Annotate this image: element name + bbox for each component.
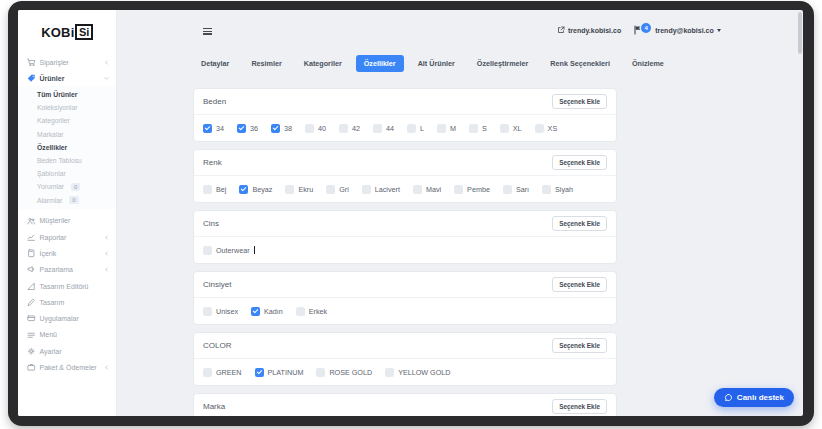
option-40[interactable]: 40 [305, 124, 326, 133]
tab-resimler[interactable]: Resimler [243, 55, 289, 72]
sidebar-item-ayarlar[interactable]: Ayarlar [18, 343, 116, 359]
checkbox-icon[interactable] [203, 368, 212, 377]
checkbox-icon[interactable] [542, 185, 551, 194]
checkbox-icon[interactable] [296, 307, 305, 316]
option-42[interactable]: 42 [339, 124, 360, 133]
option-gri[interactable]: Gri [326, 185, 349, 194]
sidebar-item-urunler[interactable]: Ürünler [18, 70, 116, 86]
checkbox-icon[interactable] [285, 185, 294, 194]
checkbox-icon[interactable] [535, 124, 544, 133]
add-option-button[interactable]: Seçenek Ekle [552, 277, 607, 292]
scrollbar-thumb[interactable] [798, 12, 802, 54]
sidebar-item-musteriler[interactable]: Müşteriler [18, 213, 116, 229]
checkbox-icon[interactable] [339, 124, 348, 133]
sidebar-item-alarmlar[interactable]: Alarmlar0 [18, 194, 116, 207]
checkbox-icon[interactable] [326, 185, 335, 194]
option-s[interactable]: S [469, 124, 487, 133]
kobisi-logo[interactable]: KOBi Si [18, 10, 116, 46]
tab-alt-urunler[interactable]: Alt Ürünler [410, 55, 463, 72]
option-pembe[interactable]: Pembe [454, 185, 490, 194]
sidebar-item-tasarim[interactable]: Tasarım [18, 294, 116, 310]
tab-detaylar[interactable]: Detaylar [193, 55, 237, 72]
sidebar-item-sablonlar[interactable]: Şablonlar [18, 167, 116, 180]
sidebar-item-menu[interactable]: Menü [18, 327, 116, 343]
option-38[interactable]: 38 [271, 124, 292, 133]
checkbox-icon[interactable] [305, 124, 314, 133]
checkbox-icon[interactable] [500, 124, 509, 133]
sidebar-item-label: Müşteriler [40, 217, 71, 224]
checkbox-icon[interactable] [237, 124, 246, 133]
add-option-button[interactable]: Seçenek Ekle [552, 155, 607, 170]
option-siyah[interactable]: Siyah [542, 185, 573, 194]
option-lacivert[interactable]: Lacivert [362, 185, 400, 194]
sidebar-item-uygulamalar[interactable]: Uygulamalar [18, 310, 116, 326]
add-option-button[interactable]: Seçenek Ekle [552, 94, 607, 109]
checkbox-icon[interactable] [407, 124, 416, 133]
sidebar-item-ozellikler[interactable]: Özellikler [18, 141, 116, 154]
checkbox-icon[interactable] [503, 185, 512, 194]
checkbox-icon[interactable] [316, 368, 325, 377]
hamburger-menu-icon[interactable] [203, 28, 212, 36]
option-bej[interactable]: Bej [203, 185, 226, 194]
option-sari[interactable]: Sarı [503, 185, 529, 194]
option-36[interactable]: 36 [237, 124, 258, 133]
checkbox-icon[interactable] [385, 368, 394, 377]
checkbox-icon[interactable] [203, 246, 212, 255]
tab-ozellestirmeler[interactable]: Özelleştirmeler [469, 55, 537, 72]
option-erkek[interactable]: Erkek [296, 307, 327, 316]
notifications-flag[interactable]: 4 [633, 25, 643, 35]
live-support-button[interactable]: Canlı destek [714, 388, 794, 407]
sidebar-item-koleksiyonlar[interactable]: Koleksiyonlar [18, 101, 116, 114]
option-outerwear[interactable]: Outerwear [203, 246, 255, 255]
option-green[interactable]: GREEN [203, 368, 242, 377]
checkbox-icon[interactable] [271, 124, 280, 133]
sidebar-item-tasarim-editoru[interactable]: Tasarım Editörü [18, 278, 116, 294]
option-kadin[interactable]: Kadın [251, 307, 283, 316]
option-rose-gold[interactable]: ROSE GOLD [316, 368, 372, 377]
checkbox-icon[interactable] [251, 307, 260, 316]
store-site-link[interactable]: trendy.kobisi.co [557, 26, 621, 34]
add-option-button[interactable]: Seçenek Ekle [552, 216, 607, 231]
checkbox-icon[interactable] [413, 185, 422, 194]
option-34[interactable]: 34 [203, 124, 224, 133]
option-xl[interactable]: XL [500, 124, 522, 133]
checkbox-icon[interactable] [239, 185, 248, 194]
sidebar-item-tum-urunler[interactable]: Tüm Ürünler [18, 88, 116, 101]
option-44[interactable]: 44 [373, 124, 394, 133]
sidebar-item-pazarlama[interactable]: Pazarlama [18, 262, 116, 278]
option-yellow-gold[interactable]: YELLOW GOLD [385, 368, 450, 377]
tab-ozellikler[interactable]: Özellikler [356, 55, 404, 72]
option-m[interactable]: M [437, 124, 456, 133]
option-mavi[interactable]: Mavi [413, 185, 441, 194]
sidebar-item-yorumlar[interactable]: Yorumlar0 [18, 180, 116, 193]
checkbox-icon[interactable] [469, 124, 478, 133]
checkbox-icon[interactable] [203, 185, 212, 194]
option-xs[interactable]: XS [535, 124, 558, 133]
checkbox-icon[interactable] [373, 124, 382, 133]
option-l[interactable]: L [407, 124, 424, 133]
account-menu[interactable]: trendy@kobisi.co [655, 27, 721, 34]
checkbox-icon[interactable] [255, 368, 264, 377]
checkbox-icon[interactable] [454, 185, 463, 194]
sidebar-item-siparisler[interactable]: Siparişler [18, 54, 116, 70]
option-platinum[interactable]: PLATINUM [255, 368, 304, 377]
tab-renk-secenekleri[interactable]: Renk Seçenekleri [542, 55, 618, 72]
sidebar-item-paket-odemeler[interactable]: Paket & Ödemeler [18, 359, 116, 375]
checkbox-icon[interactable] [437, 124, 446, 133]
add-option-button[interactable]: Seçenek Ekle [552, 338, 607, 353]
sidebar-item-icerik[interactable]: İçerik [18, 245, 116, 261]
sidebar-item-raporlar[interactable]: Raporlar [18, 229, 116, 245]
tab-onizleme[interactable]: Önizleme [624, 55, 672, 72]
option-unisex[interactable]: Unisex [203, 307, 238, 316]
sidebar-item-beden-tablosu[interactable]: Beden Tablosu [18, 154, 116, 167]
checkbox-icon[interactable] [362, 185, 371, 194]
add-option-button[interactable]: Seçenek Ekle [552, 399, 607, 414]
checkbox-icon[interactable] [203, 124, 212, 133]
option-label: Lacivert [375, 185, 400, 194]
sidebar-item-kategoriler[interactable]: Kategoriler [18, 114, 116, 127]
tab-kategoriler[interactable]: Kategoriler [296, 55, 350, 72]
option-beyaz[interactable]: Beyaz [239, 185, 272, 194]
sidebar-item-markalar[interactable]: Markalar [18, 128, 116, 141]
option-ekru[interactable]: Ekru [285, 185, 313, 194]
checkbox-icon[interactable] [203, 307, 212, 316]
